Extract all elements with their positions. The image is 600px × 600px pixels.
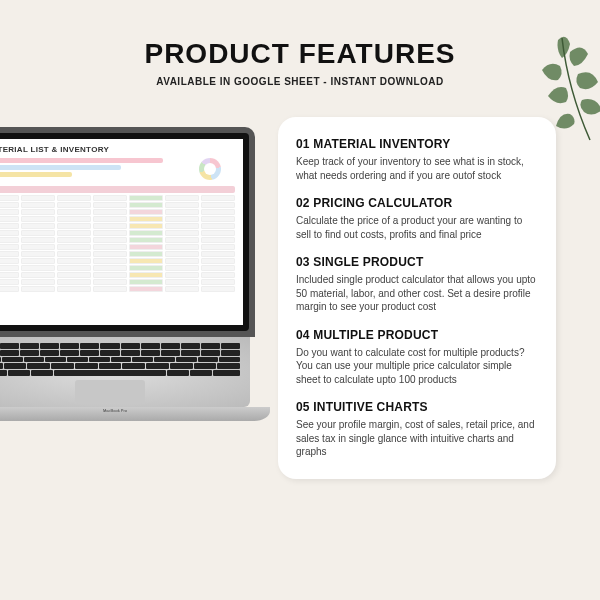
page-title: PRODUCT FEATURES: [0, 0, 600, 70]
laptop-mockup: MATERIAL LIST & INVENTORY: [0, 127, 260, 421]
bar-chart-row: [0, 158, 163, 163]
bar-chart-row: [0, 172, 72, 177]
feature-title: 05 INTUITIVE CHARTS: [296, 400, 538, 414]
feature-desc: See your profile margin, cost of sales, …: [296, 418, 538, 459]
feature-item: 03 SINGLE PRODUCT Included single produc…: [296, 255, 538, 314]
laptop-keyboard: [0, 337, 250, 407]
feature-title: 04 MULTIPLE PRODUCT: [296, 328, 538, 342]
sheet-title: MATERIAL LIST & INVENTORY: [0, 145, 235, 154]
feature-desc: Do you want to calculate cost for multip…: [296, 346, 538, 387]
feature-desc: Calculate the price of a product your ar…: [296, 214, 538, 241]
laptop-brand: MacBook Pro: [0, 408, 270, 413]
feature-title: 01 MATERIAL INVENTORY: [296, 137, 538, 151]
page-subtitle: AVAILABLE IN GOOGLE SHEET - INSTANT DOWN…: [0, 76, 600, 87]
donut-chart-icon: [199, 158, 221, 180]
leaf-decoration: [520, 30, 600, 150]
table-header: [0, 186, 235, 193]
feature-item: 04 MULTIPLE PRODUCT Do you want to calcu…: [296, 328, 538, 387]
bar-chart-row: [0, 165, 121, 170]
feature-title: 03 SINGLE PRODUCT: [296, 255, 538, 269]
feature-desc: Keep track of your inventory to see what…: [296, 155, 538, 182]
feature-title: 02 PRICING CALCULATOR: [296, 196, 538, 210]
features-card: 01 MATERIAL INVENTORY Keep track of your…: [278, 117, 556, 479]
spreadsheet-preview: MATERIAL LIST & INVENTORY: [0, 139, 243, 325]
feature-item: 02 PRICING CALCULATOR Calculate the pric…: [296, 196, 538, 241]
feature-item: 01 MATERIAL INVENTORY Keep track of your…: [296, 137, 538, 182]
feature-item: 05 INTUITIVE CHARTS See your profile mar…: [296, 400, 538, 459]
feature-desc: Included single product calculator that …: [296, 273, 538, 314]
